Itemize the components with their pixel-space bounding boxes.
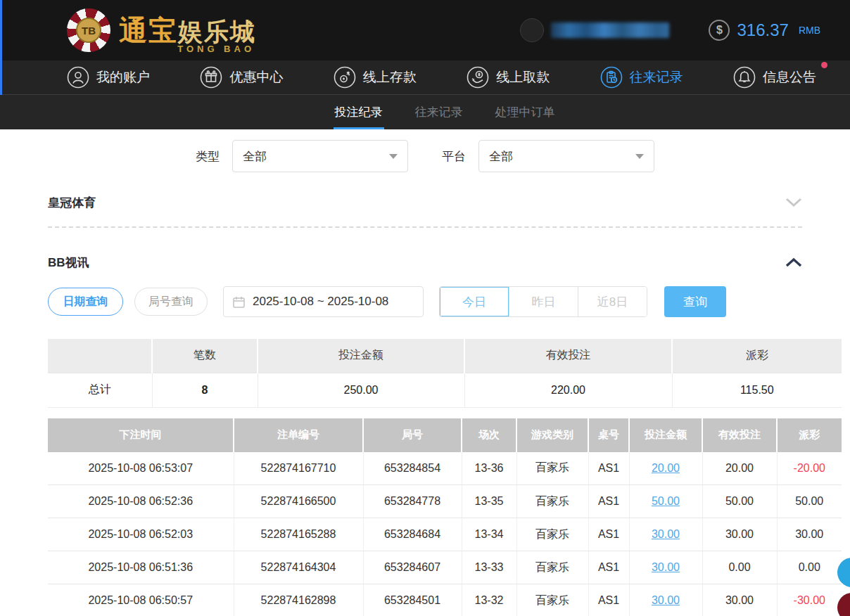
bell-icon <box>733 66 756 89</box>
casino-chip-icon: TB <box>67 8 110 52</box>
cell-bet-amount[interactable]: 30.00 <box>629 518 702 551</box>
platform-filter-label: 平台 <box>442 148 466 165</box>
date-range-picker[interactable]: 2025-10-08 ~ 2025-10-08 <box>223 286 424 317</box>
cell-valid-bet: 20.00 <box>702 452 777 485</box>
nav-item-transaction-records[interactable]: 往来记录 <box>600 66 683 89</box>
bet-records-table: 下注时间 注单编号 局号 场次 游戏类别 桌号 投注金额 有效投注 派彩 202… <box>48 418 842 616</box>
main-nav: 我的账户 优惠中心 线上存款 线上取款 <box>0 60 850 95</box>
summary-total-row: 总计 8 250.00 220.00 115.50 <box>48 373 842 407</box>
summary-payout-value: 115.50 <box>672 373 842 407</box>
cell-round-number: 653284778 <box>363 485 462 518</box>
tab-transaction-records[interactable]: 往来记录 <box>414 95 464 129</box>
bet-amount-link[interactable]: 30.00 <box>652 594 680 606</box>
cell-bet-amount[interactable]: 20.00 <box>629 452 702 485</box>
table-row: 2025-10-08 06:50:57522874162898653284501… <box>48 584 842 616</box>
cell-bet-amount[interactable]: 50.00 <box>629 485 702 518</box>
user-icon <box>67 66 89 89</box>
nav-label: 线上存款 <box>363 68 417 86</box>
cell-bet-time: 2025-10-08 06:53:07 <box>48 452 234 485</box>
summary-header-bet-amount: 投注金额 <box>258 339 464 373</box>
cell-round-number: 653284854 <box>363 452 462 485</box>
table-row: 2025-10-08 06:51:36522874164304653284607… <box>48 551 842 584</box>
header-valid-bet: 有效投注 <box>702 418 777 452</box>
summary-count-value: 8 <box>152 373 258 407</box>
username-redacted <box>551 23 669 38</box>
summary-bet-amount-value: 250.00 <box>258 373 464 407</box>
cell-bet-amount[interactable]: 30.00 <box>629 551 702 584</box>
chevron-up-icon[interactable] <box>785 257 802 267</box>
last8days-button[interactable]: 近8日 <box>578 287 647 316</box>
section-divider <box>48 226 802 228</box>
header-bet-amount: 投注金额 <box>629 418 702 452</box>
withdraw-icon <box>467 66 489 89</box>
bet-amount-link[interactable]: 30.00 <box>652 528 680 540</box>
cell-bet-time: 2025-10-08 06:52:36 <box>48 485 234 518</box>
platform-select[interactable]: 全部 <box>478 140 654 172</box>
header-session: 场次 <box>462 418 516 452</box>
brand-logo[interactable]: TB 通宝娱乐城 TONG BAO <box>67 8 256 52</box>
bb-video-title: BB视讯 <box>48 255 89 271</box>
search-button[interactable]: 查询 <box>664 286 726 317</box>
top-header: TB 通宝娱乐城 TONG BAO $ 316.37 RMB <box>0 0 850 60</box>
cell-game-type: 百家乐 <box>516 485 588 518</box>
nav-item-withdraw[interactable]: 线上取款 <box>467 66 550 89</box>
summary-header-count: 笔数 <box>152 339 258 373</box>
type-filter-group: 类型 全部 <box>196 140 408 172</box>
bet-amount-link[interactable]: 30.00 <box>652 561 680 573</box>
table-row: 2025-10-08 06:52:03522874165288653284684… <box>48 518 842 551</box>
nav-label: 信息公告 <box>763 68 816 86</box>
cell-table-number: AS1 <box>588 485 629 518</box>
cell-game-type: 百家乐 <box>516 551 588 584</box>
cell-payout: 0.00 <box>777 551 842 584</box>
table-row: 2025-10-08 06:53:07522874167710653284854… <box>48 452 842 485</box>
cell-order-number: 522874165288 <box>234 518 363 551</box>
cell-bet-amount[interactable]: 30.00 <box>629 584 702 616</box>
cell-payout: -30.00 <box>777 584 842 616</box>
cell-valid-bet: 50.00 <box>702 485 777 518</box>
platform-filter-group: 平台 全部 <box>442 140 654 172</box>
nav-item-my-account[interactable]: 我的账户 <box>67 66 150 89</box>
yesterday-button[interactable]: 昨日 <box>509 287 578 316</box>
cell-game-type: 百家乐 <box>516 584 588 616</box>
bet-amount-link[interactable]: 20.00 <box>652 462 680 474</box>
date-query-button[interactable]: 日期查询 <box>48 288 123 316</box>
avatar <box>520 18 544 42</box>
section-bb-video[interactable]: BB视讯 <box>48 255 802 270</box>
quick-range-group: 今日 昨日 近8日 <box>439 286 647 317</box>
nav-label: 我的账户 <box>96 68 150 86</box>
type-select-value: 全部 <box>243 148 267 165</box>
user-account[interactable] <box>520 18 669 42</box>
tab-pending-orders[interactable]: 处理中订单 <box>494 95 557 129</box>
cell-bet-time: 2025-10-08 06:51:36 <box>48 551 234 584</box>
cell-round-number: 653284607 <box>363 551 462 584</box>
cell-game-type: 百家乐 <box>516 518 588 551</box>
header-game-type: 游戏类别 <box>516 418 588 452</box>
nav-item-deposit[interactable]: 线上存款 <box>334 66 417 89</box>
bet-table-header-row: 下注时间 注单编号 局号 场次 游戏类别 桌号 投注金额 有效投注 派彩 <box>48 418 842 452</box>
nav-label: 往来记录 <box>630 68 683 86</box>
bet-table-body: 2025-10-08 06:53:07522874167710653284854… <box>48 452 842 616</box>
today-button[interactable]: 今日 <box>440 287 509 316</box>
tab-bet-records[interactable]: 投注纪录 <box>334 95 384 129</box>
summary-table: 笔数 投注金额 有效投注 派彩 总计 8 250.00 220.00 115.5… <box>48 339 842 408</box>
bet-amount-link[interactable]: 50.00 <box>652 495 680 507</box>
cell-round-number: 653284684 <box>363 518 462 551</box>
section-crown-sports[interactable]: 皇冠体育 <box>48 195 802 210</box>
nav-label: 线上取款 <box>496 68 550 86</box>
deposit-icon <box>334 66 356 89</box>
cell-session: 13-35 <box>462 485 516 518</box>
cell-table-number: AS1 <box>588 452 629 485</box>
balance-display[interactable]: $ 316.37 RMB <box>709 20 820 41</box>
type-select[interactable]: 全部 <box>232 140 408 172</box>
cell-valid-bet: 0.00 <box>702 551 777 584</box>
cell-order-number: 522874167710 <box>234 452 363 485</box>
cell-payout: 30.00 <box>777 518 842 551</box>
nav-item-announcements[interactable]: 信息公告 <box>733 66 816 89</box>
type-filter-label: 类型 <box>196 148 220 165</box>
nav-item-promotions[interactable]: 优惠中心 <box>200 66 283 89</box>
chevron-down-icon[interactable] <box>785 198 802 207</box>
cell-payout: 50.00 <box>777 485 842 518</box>
cell-bet-time: 2025-10-08 06:52:03 <box>48 518 234 551</box>
round-query-button[interactable]: 局号查询 <box>134 288 208 316</box>
cell-bet-time: 2025-10-08 06:50:57 <box>48 584 234 616</box>
